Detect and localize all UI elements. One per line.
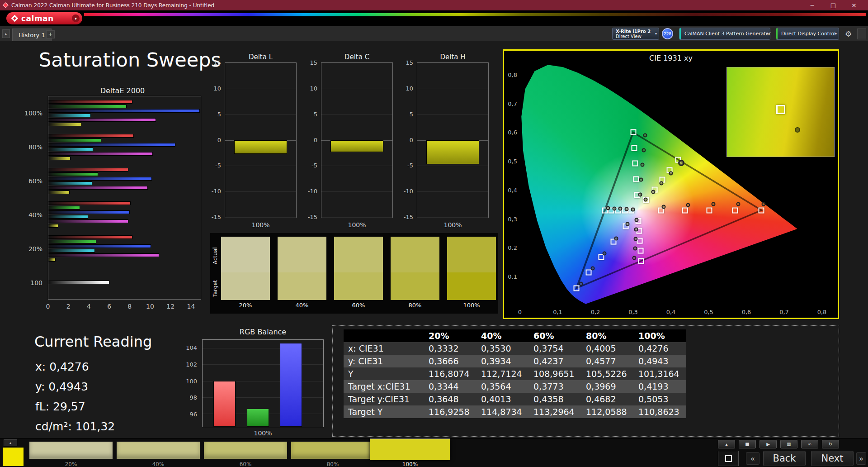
deltae-bar bbox=[48, 177, 152, 181]
row-label: Y bbox=[344, 367, 424, 380]
pattern-generator-label: CalMAN Client 3 Pattern Generator bbox=[683, 31, 771, 37]
axis-tick-label: 14 bbox=[187, 303, 195, 310]
delta-chart-title: Delta C bbox=[321, 53, 393, 61]
pattern-swatch-80%[interactable] bbox=[291, 441, 375, 459]
table-row: Target y:CIE310,36480,40130,43580,46820,… bbox=[344, 393, 686, 405]
table-cell: 114,8734 bbox=[476, 405, 529, 418]
pattern-swatch-40%[interactable] bbox=[116, 441, 200, 459]
axis-tick-label: 100 bbox=[186, 377, 197, 384]
pattern-swatch-100%[interactable] bbox=[370, 438, 450, 460]
axis-tick-label: 5 bbox=[202, 110, 221, 117]
gridline bbox=[321, 114, 392, 115]
deltae-bar bbox=[48, 181, 92, 185]
axis-tick-label: 15 bbox=[202, 59, 221, 66]
play-button[interactable]: ▶ bbox=[760, 440, 777, 448]
measured-point-marker bbox=[669, 172, 673, 176]
add-tab-button[interactable]: + bbox=[46, 30, 55, 38]
saturation-swatch bbox=[334, 237, 383, 300]
deltae-bar bbox=[48, 219, 128, 223]
repeat-button[interactable]: ↻ bbox=[822, 440, 839, 448]
deltae-bar-group bbox=[48, 232, 201, 266]
table-row: Y116,8074112,7124108,9651105,5226101,316… bbox=[344, 367, 686, 380]
current-reading-title: Current Reading bbox=[34, 333, 152, 350]
measured-point-marker bbox=[625, 222, 629, 226]
measured-point-marker bbox=[633, 247, 637, 251]
measured-point-marker bbox=[640, 163, 644, 167]
rainbow-strip bbox=[84, 13, 866, 16]
calman-menu-button[interactable]: calman ▾ bbox=[6, 12, 82, 24]
axis-tick-label: -5 bbox=[298, 162, 317, 169]
pattern-window-button[interactable] bbox=[718, 451, 739, 466]
eject-button[interactable]: ▴ bbox=[718, 440, 735, 448]
axis-tick-label: -10 bbox=[394, 188, 413, 195]
target-square-marker bbox=[630, 129, 636, 135]
row-label: Target Y bbox=[344, 405, 424, 418]
gridline bbox=[203, 348, 323, 348]
minimize-button[interactable]: − bbox=[802, 2, 823, 9]
pattern-swatch-20%[interactable] bbox=[29, 441, 113, 459]
target-square-marker bbox=[631, 145, 637, 151]
pattern-generator-dropdown[interactable]: CalMAN Client 3 Pattern Generator ▾ bbox=[679, 28, 770, 40]
table-cell: 0,4276 bbox=[634, 342, 686, 355]
pattern-grid-button[interactable]: ▦ bbox=[780, 440, 797, 448]
deltae-y-label: 20% bbox=[28, 245, 42, 253]
next-button[interactable]: Next bbox=[811, 451, 854, 466]
meter-dropdown[interactable]: X-Rite i1Pro 2 Direct View ▾ bbox=[612, 28, 659, 40]
measured-point-marker bbox=[651, 190, 655, 194]
meter-status-badge[interactable]: 228 bbox=[662, 28, 673, 39]
table-cell: 0,3530 bbox=[476, 342, 529, 355]
table-cell: 0,3648 bbox=[424, 393, 476, 405]
overflow-button[interactable] bbox=[857, 29, 866, 39]
pattern-swatch-60%[interactable] bbox=[203, 441, 288, 459]
back-button[interactable]: Back bbox=[763, 451, 806, 466]
brand-bar: calman ▾ bbox=[0, 10, 868, 26]
row-label: x: CIE31 bbox=[344, 342, 424, 355]
stop-button[interactable]: ■ bbox=[739, 440, 756, 448]
measured-point-marker bbox=[614, 237, 618, 241]
gridline bbox=[203, 364, 323, 365]
next-page-icon[interactable]: » bbox=[856, 452, 866, 465]
prev-page-icon[interactable]: « bbox=[746, 452, 760, 465]
calman-logo-text: calman bbox=[21, 14, 54, 23]
tab-history-1[interactable]: History 1 bbox=[12, 29, 52, 41]
settings-gear-icon[interactable]: ⚙ bbox=[843, 29, 854, 39]
axis-tick-label: 102 bbox=[186, 361, 197, 367]
target-square-marker bbox=[637, 238, 643, 244]
axis-tick-label: 10 bbox=[298, 85, 317, 91]
loop-button[interactable]: ∞ bbox=[801, 440, 818, 448]
close-button[interactable]: × bbox=[844, 2, 864, 9]
measured-point-marker bbox=[662, 205, 666, 209]
measured-point-marker bbox=[591, 267, 595, 271]
delta-chart-title: Delta H bbox=[417, 53, 489, 61]
target-square-marker bbox=[759, 207, 764, 213]
target-row-label: Target bbox=[212, 272, 219, 305]
gridline bbox=[417, 63, 488, 63]
table-cell: 116,9258 bbox=[424, 405, 476, 418]
axis-tick-label: 5 bbox=[394, 110, 413, 117]
axis-tick-label: -5 bbox=[394, 162, 413, 169]
gridline bbox=[417, 166, 488, 166]
table-cell: 101,3164 bbox=[634, 367, 686, 380]
axis-tick-label: 0 bbox=[202, 136, 221, 143]
gridline bbox=[417, 217, 488, 218]
chevron-down-icon: ▾ bbox=[766, 32, 768, 36]
display-control-dropdown[interactable]: Direct Display Control ▾ bbox=[776, 28, 839, 40]
measured-point-marker bbox=[618, 207, 623, 211]
maximize-button[interactable]: □ bbox=[823, 2, 844, 9]
swatch-label: 100% bbox=[447, 302, 496, 309]
tab-scroll-button[interactable]: ▸ bbox=[2, 29, 10, 38]
column-header: 100% bbox=[634, 329, 686, 342]
axis-tick-label: 98 bbox=[189, 394, 197, 401]
deltae-bar bbox=[48, 210, 130, 214]
deltae-bar bbox=[48, 258, 56, 262]
measured-point-marker bbox=[612, 206, 616, 210]
gridline bbox=[225, 191, 296, 192]
axis-tick-label: -10 bbox=[202, 188, 221, 195]
swatch-target-color bbox=[391, 272, 439, 300]
axis-tick-label: 0,8 bbox=[508, 71, 517, 78]
swatch-actual-color bbox=[221, 237, 270, 272]
measured-point-marker bbox=[633, 237, 637, 241]
measurement-table: 20%40%60%80%100%x: CIE310,33320,35300,37… bbox=[344, 329, 686, 418]
deltae-bar-group bbox=[48, 96, 201, 130]
saturation-swatch bbox=[278, 237, 326, 300]
